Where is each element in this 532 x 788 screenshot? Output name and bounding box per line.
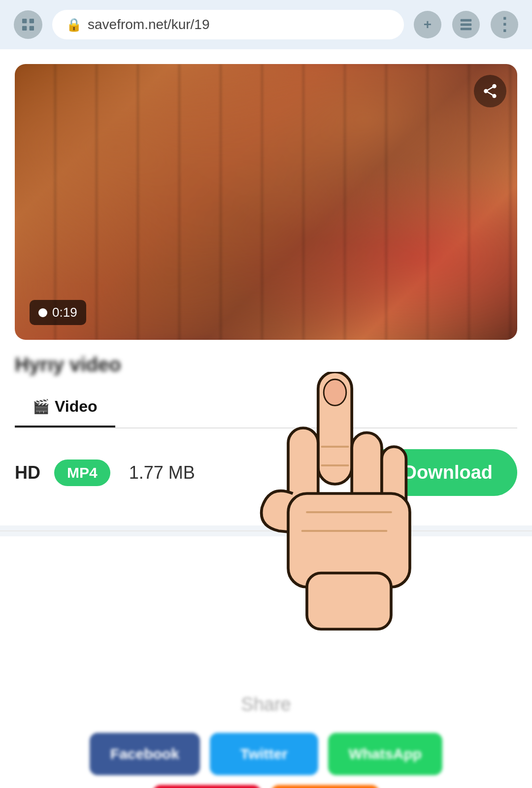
video-duration: 0:19 — [52, 305, 77, 320]
svg-rect-6 — [461, 28, 472, 30]
share-buttons: Facebook Twitter WhatsApp — [15, 733, 517, 775]
page-wrapper: 🔒 savefrom.net/kur/19 + ⋮ — [0, 0, 532, 788]
share-icon — [482, 83, 499, 99]
svg-rect-0 — [22, 19, 27, 23]
file-size: 1.77 MB — [129, 462, 339, 483]
grid-icon — [20, 17, 36, 33]
svg-rect-1 — [30, 19, 34, 23]
share-section: Share Facebook Twitter WhatsApp Pinteres… — [0, 674, 532, 788]
share-twitter-label: Twitter — [240, 746, 288, 762]
download-icon — [377, 463, 396, 482]
format-badge: MP4 — [54, 460, 110, 486]
thumbnail-bg — [15, 64, 517, 340]
url-text: savefrom.net/kur/19 — [88, 17, 209, 33]
tab-bar: 🎬 Video — [15, 388, 517, 428]
main-content: 0:19 Hyrıy video 🎬 Video HD MP4 1.77 MB — [0, 49, 532, 525]
share-whatsapp-button[interactable]: WhatsApp — [328, 733, 442, 775]
download-row: HD MP4 1.77 MB Download — [15, 444, 517, 506]
browser-menu-icon[interactable] — [14, 10, 42, 39]
play-dot — [38, 308, 47, 317]
address-bar[interactable]: 🔒 savefrom.net/kur/19 — [52, 10, 404, 39]
share-title: Share — [15, 694, 517, 715]
tab-video[interactable]: 🎬 Video — [15, 388, 115, 427]
section-divider — [0, 530, 532, 531]
video-share-button[interactable] — [474, 75, 506, 107]
video-tab-icon: 🎬 — [33, 398, 50, 415]
download-button-label: Download — [403, 462, 493, 483]
share-more-button[interactable]: More — [271, 785, 379, 788]
video-title: Hyrıy video — [15, 354, 517, 376]
share-whatsapp-label: WhatsApp — [349, 746, 422, 762]
svg-rect-5 — [461, 24, 472, 26]
video-duration-badge: 0:19 — [30, 300, 86, 325]
browser-top-bar: 🔒 savefrom.net/kur/19 + ⋮ — [0, 0, 532, 49]
svg-rect-2 — [22, 26, 27, 31]
share-facebook-button[interactable]: Facebook — [90, 733, 200, 775]
quality-label: HD — [15, 462, 40, 483]
video-thumbnail[interactable]: 0:19 — [15, 64, 517, 340]
lock-icon: 🔒 — [66, 17, 82, 33]
share-facebook-label: Facebook — [110, 746, 179, 762]
tab-video-label: Video — [55, 397, 98, 416]
download-button[interactable]: Download — [353, 449, 517, 496]
thumbnail-shelves — [15, 64, 517, 340]
spacer — [0, 536, 532, 674]
add-tab-button[interactable]: + — [414, 11, 441, 38]
svg-rect-4 — [461, 19, 472, 22]
svg-rect-3 — [30, 26, 34, 31]
browser-tabs-button[interactable] — [452, 11, 480, 38]
browser-actions: + ⋮ — [414, 11, 518, 38]
browser-more-button[interactable]: ⋮ — [491, 11, 518, 38]
share-twitter-button[interactable]: Twitter — [210, 733, 318, 775]
share-pinterest-button[interactable]: Pinterest — [153, 785, 261, 788]
share-buttons-row2: Pinterest More — [15, 785, 517, 788]
